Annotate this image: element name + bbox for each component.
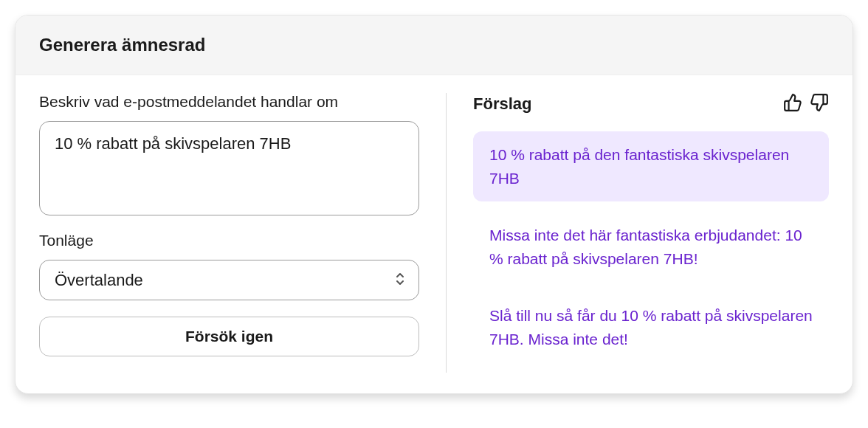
tone-label: Tonläge bbox=[39, 232, 419, 249]
column-divider bbox=[446, 93, 447, 373]
suggestion-item[interactable]: Slå till nu så får du 10 % rabatt på ski… bbox=[473, 292, 829, 362]
suggestion-item[interactable]: 10 % rabatt på den fantastiska skivspela… bbox=[473, 131, 829, 201]
input-column: Beskriv vad e-postmeddelandet handlar om… bbox=[39, 93, 419, 373]
thumbs-down-icon[interactable] bbox=[810, 93, 829, 115]
tone-select[interactable]: Övertalande bbox=[39, 260, 419, 300]
card-title: Generera ämnesrad bbox=[39, 35, 829, 55]
thumbs-up-icon[interactable] bbox=[783, 93, 802, 115]
suggestions-header: Förslag bbox=[473, 93, 829, 115]
suggestions-column: Förslag 10 % bbox=[473, 93, 829, 373]
retry-button[interactable]: Försök igen bbox=[39, 317, 419, 356]
card-body: Beskriv vad e-postmeddelandet handlar om… bbox=[16, 75, 852, 393]
card-header: Generera ämnesrad bbox=[16, 15, 852, 75]
suggestions-title: Förslag bbox=[473, 94, 531, 114]
suggestion-item[interactable]: Missa inte det här fantastiska erbjudand… bbox=[473, 212, 829, 282]
tone-group: Tonläge Övertalande bbox=[39, 232, 419, 300]
tone-select-wrap: Övertalande bbox=[39, 260, 419, 300]
feedback-buttons bbox=[783, 93, 829, 115]
describe-label: Beskriv vad e-postmeddelandet handlar om bbox=[39, 93, 419, 111]
subject-line-generator-card: Generera ämnesrad Beskriv vad e-postmedd… bbox=[15, 15, 853, 394]
describe-input[interactable] bbox=[39, 121, 419, 215]
